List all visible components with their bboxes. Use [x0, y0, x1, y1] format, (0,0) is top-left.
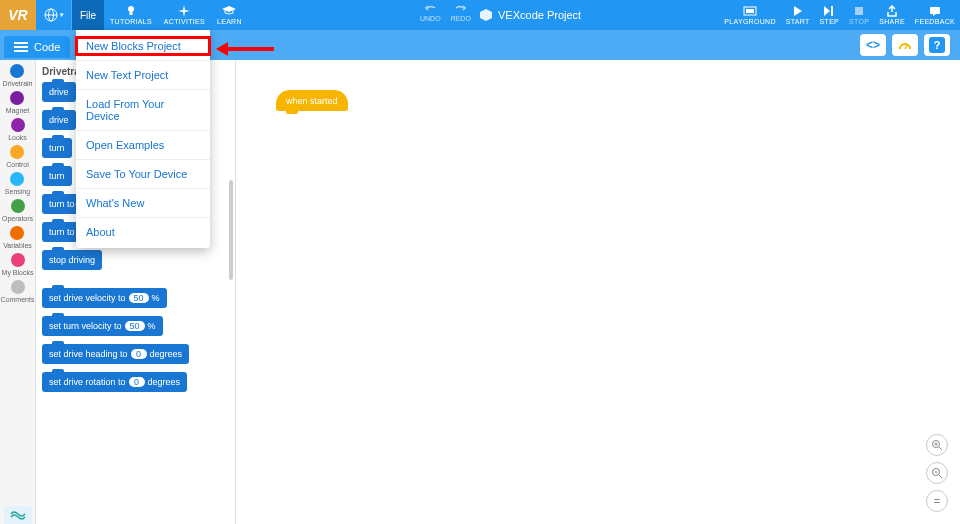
workspace-canvas[interactable]: when started =	[236, 60, 960, 524]
svg-rect-8	[855, 7, 863, 15]
feedback-button[interactable]: FEEDBACK	[910, 0, 960, 30]
sparkle-icon	[178, 5, 190, 17]
undo-button[interactable]: UNDO	[420, 4, 441, 22]
svg-rect-6	[746, 9, 754, 13]
dd-new-text-project[interactable]: New Text Project	[76, 61, 210, 90]
start-label: START	[786, 18, 810, 25]
top-right-controls: PLAYGROUND START STEP STOP SHARE FEEDBAC…	[719, 0, 960, 30]
canvas-zoom-controls: =	[926, 434, 948, 512]
help-button[interactable]: ?	[924, 34, 950, 56]
learn-label: LEARN	[217, 18, 242, 25]
code-tab[interactable]: Code	[4, 36, 70, 58]
question-icon: ?	[929, 37, 945, 53]
gauge-icon	[898, 39, 912, 51]
svg-point-3	[128, 6, 134, 12]
block-turn-1[interactable]: turn	[42, 138, 72, 158]
start-button[interactable]: START	[781, 0, 815, 30]
dd-open-examples[interactable]: Open Examples	[76, 131, 210, 160]
redo-icon	[454, 4, 468, 14]
category-myblocks[interactable]: My Blocks	[2, 253, 34, 276]
toggle-code-button[interactable]: <>	[860, 34, 886, 56]
dashboard-button[interactable]	[892, 34, 918, 56]
step-label: STEP	[820, 18, 839, 25]
category-dot	[11, 280, 25, 294]
dd-whats-new[interactable]: What's New	[76, 189, 210, 218]
waves-icon	[10, 510, 26, 520]
redo-button[interactable]: REDO	[451, 4, 471, 22]
project-name-text: VEXcode Project	[498, 9, 581, 21]
category-dot	[10, 91, 24, 105]
category-drivetrain[interactable]: Drivetrain	[3, 64, 33, 87]
block-stop-driving[interactable]: stop driving	[42, 250, 102, 270]
block-turn-2[interactable]: turn	[42, 166, 72, 186]
zoom-in-icon	[931, 439, 943, 451]
block-set-drive-velocity[interactable]: set drive velocity to50%	[42, 288, 167, 308]
tutorials-button[interactable]: TUTORIALS	[104, 0, 158, 30]
feedback-label: FEEDBACK	[915, 18, 955, 25]
activities-label: ACTIVITIES	[164, 18, 205, 25]
dd-new-blocks-project[interactable]: New Blocks Project	[76, 32, 210, 61]
undo-icon	[423, 4, 437, 14]
file-dropdown: New Blocks Project New Text Project Load…	[76, 30, 210, 248]
lightbulb-icon	[126, 5, 136, 17]
activities-button[interactable]: ACTIVITIES	[158, 0, 211, 30]
category-sensing[interactable]: Sensing	[5, 172, 30, 195]
share-button[interactable]: SHARE	[874, 0, 910, 30]
annotation-arrow	[216, 40, 276, 58]
category-comments[interactable]: Comments	[1, 280, 35, 303]
category-control[interactable]: Control	[6, 145, 29, 168]
stop-icon	[854, 5, 864, 17]
block-drive-2[interactable]: drive	[42, 110, 76, 130]
file-menu-button[interactable]: File	[72, 0, 104, 30]
undo-redo-group: UNDO REDO	[420, 0, 471, 30]
play-icon	[793, 5, 803, 17]
zoom-reset-button[interactable]: =	[926, 490, 948, 512]
equals-icon: =	[934, 495, 940, 507]
zoom-out-button[interactable]	[926, 462, 948, 484]
category-dot	[10, 145, 24, 159]
zoom-out-icon	[931, 467, 943, 479]
arrow-left-icon	[216, 40, 276, 58]
block-set-drive-heading[interactable]: set drive heading to0degrees	[42, 344, 189, 364]
category-looks[interactable]: Looks	[8, 118, 27, 141]
zoom-in-button[interactable]	[926, 434, 948, 456]
palette-scrollbar[interactable]	[229, 180, 233, 280]
bottom-drawer-tab[interactable]	[4, 506, 32, 524]
dd-save-to-device[interactable]: Save To Your Device	[76, 160, 210, 189]
chat-icon	[929, 5, 941, 17]
step-button[interactable]: STEP	[815, 0, 844, 30]
svg-rect-7	[831, 6, 833, 16]
learn-button[interactable]: LEARN	[211, 0, 248, 30]
category-variables[interactable]: Variables	[3, 226, 32, 249]
svg-line-12	[939, 447, 942, 450]
category-magnet[interactable]: Magnet	[6, 91, 29, 114]
playground-button[interactable]: PLAYGROUND	[719, 0, 781, 30]
language-button[interactable]: ▾	[36, 0, 72, 30]
category-dot	[10, 172, 24, 186]
category-operators[interactable]: Operators	[2, 199, 33, 222]
code-lines-icon	[14, 42, 28, 52]
svg-rect-4	[129, 12, 132, 15]
code-tab-label: Code	[34, 41, 60, 53]
angle-brackets-icon: <>	[866, 38, 880, 52]
share-icon	[886, 5, 898, 17]
svg-line-16	[939, 475, 942, 478]
playground-icon	[743, 5, 757, 17]
when-started-block[interactable]: when started	[276, 90, 348, 111]
stop-button[interactable]: STOP	[844, 0, 874, 30]
globe-icon	[44, 8, 58, 22]
dd-load-from-device[interactable]: Load From Your Device	[76, 90, 210, 131]
graduation-cap-icon	[222, 5, 236, 17]
project-title[interactable]: VEXcode Project	[480, 0, 581, 30]
dd-about[interactable]: About	[76, 218, 210, 246]
block-drive-1[interactable]: drive	[42, 82, 76, 102]
block-set-drive-rotation[interactable]: set drive rotation to0degrees	[42, 372, 187, 392]
svg-line-10	[905, 45, 907, 49]
stop-label: STOP	[849, 18, 869, 25]
category-dot	[10, 64, 24, 78]
hexagon-icon	[480, 9, 492, 21]
category-dot	[11, 118, 25, 132]
step-icon	[823, 5, 835, 17]
block-set-turn-velocity[interactable]: set turn velocity to50%	[42, 316, 163, 336]
subbar-right-buttons: <> ?	[860, 34, 950, 56]
